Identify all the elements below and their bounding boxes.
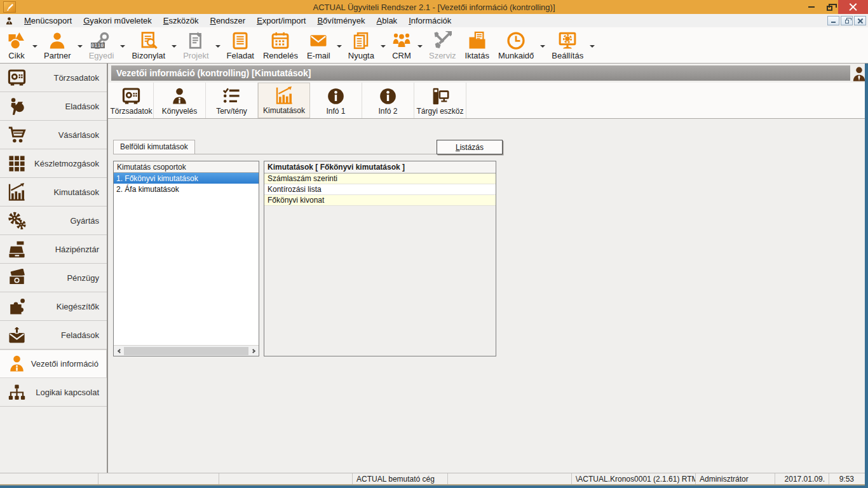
group-item-fokonyvi[interactable]: 1. Főkönyvi kimutatások: [114, 173, 259, 184]
frame-right-strip: [865, 64, 868, 488]
toolbar-button-beallitas[interactable]: Beállítás: [547, 29, 588, 62]
partner-dropdown-arrow[interactable]: [76, 29, 85, 62]
menu-ablak[interactable]: Ablak: [371, 15, 403, 27]
tab-konyveles[interactable]: Könyvelés: [154, 83, 206, 118]
beallitas-dropdown-arrow[interactable]: [588, 29, 597, 62]
envelope-up-icon: [8, 326, 26, 344]
app-logo-icon: [3, 1, 16, 13]
status-database: \ACTUAL.Kronos0001 (2.1.61) RTM: [572, 473, 696, 484]
groups-panel-header: Kimutatás csoportok: [114, 161, 259, 173]
scroll-right-button[interactable]: [248, 346, 259, 356]
mdi-restore-button[interactable]: [841, 16, 853, 25]
projekt-dropdown-arrow[interactable]: [214, 29, 222, 62]
sidebar-item-logikai-kapcsolat[interactable]: Logikai kapcsolat: [0, 378, 107, 407]
chart-icon: [275, 86, 294, 105]
toolbar-button-partner[interactable]: Partner: [39, 29, 76, 62]
cash-register-icon: [8, 240, 26, 259]
horizontal-scrollbar[interactable]: [114, 345, 259, 356]
nyugta-dropdown-arrow[interactable]: [379, 29, 388, 62]
tools-icon: [433, 31, 452, 50]
menu-gyakori-muveletek[interactable]: Gyakori műveletek: [78, 15, 158, 27]
checklist-icon: [222, 87, 241, 105]
toolbar-button-crm[interactable]: CRM: [388, 29, 416, 62]
tab-torzsadatok[interactable]: Törzsadatok: [109, 83, 154, 118]
main-area: Vezetői információ (kontrolling) [Kimuta…: [108, 64, 868, 473]
hierarchy-icon: [8, 383, 26, 402]
report-row-fokonyvi-kivonat[interactable]: Főkönyvi kivonat: [264, 195, 496, 206]
toolbar-button-bizonylat[interactable]: Bizonylat: [127, 29, 170, 62]
tab-kimutatasok[interactable]: Kimutatások: [258, 83, 310, 118]
document-search-icon: [139, 31, 158, 50]
bizonylat-dropdown-arrow[interactable]: [170, 29, 179, 62]
sidebar-item-penzugy[interactable]: Pénzügy: [0, 264, 107, 292]
tab-info-2[interactable]: Infó 2: [362, 83, 414, 118]
menu-rendszer[interactable]: Rendszer: [204, 15, 251, 27]
safe-icon: [8, 69, 26, 87]
key-icon: 0110: [92, 31, 111, 50]
groups-panel-body: [114, 194, 259, 345]
munkaido-dropdown-arrow[interactable]: [538, 29, 547, 62]
group-item-afa[interactable]: 2. Áfa kimutatások: [114, 184, 259, 194]
menu-bar: Menücsoport Gyakori műveletek Eszközök R…: [0, 14, 868, 27]
toolbar-button-munkaido[interactable]: Munkaidő: [494, 29, 538, 62]
mdi-close-icon: [858, 18, 863, 24]
sidebar-item-eladasok[interactable]: Eladások: [0, 92, 107, 121]
toolbar-button-feladat[interactable]: Feladat: [222, 29, 259, 62]
sidebar-item-kiegeszitok[interactable]: Kiegészítők: [0, 292, 107, 321]
gears-icon: [8, 212, 26, 230]
report-row-kontirozasi[interactable]: Kontírozási lista: [264, 184, 496, 195]
toolbar-button-nyugta[interactable]: Nyugta: [344, 29, 379, 62]
person-icon: [48, 31, 67, 50]
mdi-minimize-button[interactable]: [827, 16, 839, 25]
reports-panel-body: [264, 206, 496, 356]
sidebar-item-feladasok[interactable]: Feladások: [0, 321, 107, 349]
email-dropdown-arrow[interactable]: [335, 29, 344, 62]
report-row-szamlaszam[interactable]: Számlaszám szerinti: [264, 173, 496, 184]
menu-bovitmenyek[interactable]: Bővítmények: [311, 15, 370, 27]
sidebar-item-gyartas[interactable]: Gyártás: [0, 207, 107, 235]
crm-dropdown-arrow[interactable]: [416, 29, 424, 62]
restore-button[interactable]: [820, 0, 838, 14]
tab-targyi-eszkoz[interactable]: Tárgyi eszköz: [414, 83, 466, 118]
shapes-icon: [7, 31, 26, 50]
user-icon: [5, 17, 13, 25]
tab-terv-teny[interactable]: Terv/tény: [206, 83, 258, 118]
cikk-dropdown-arrow[interactable]: [31, 29, 39, 62]
tab-belfoldi-kimutatasok[interactable]: Belföldi kimutatások: [113, 140, 195, 154]
page-title-bar: Vezetői információ (kontrolling) [Kimuta…: [111, 65, 850, 81]
status-time: 9:53: [829, 473, 868, 484]
mdi-close-button[interactable]: [854, 16, 866, 25]
toolbar-button-projekt: Projekt: [179, 29, 213, 62]
notepad-icon: [231, 31, 250, 50]
toolbar-button-iktatas[interactable]: Iktatás: [461, 29, 494, 62]
toolbar-button-rendeles[interactable]: Rendelés: [259, 29, 302, 62]
egyedi-dropdown-arrow[interactable]: [118, 29, 127, 62]
scrollbar-thumb[interactable]: [124, 347, 248, 355]
monitor-gear-icon: [558, 31, 577, 50]
sidebar-item-torzsadatok[interactable]: Törzsadatok: [0, 64, 107, 92]
documents-stack-icon: [351, 31, 370, 50]
sidebar-item-kimutatasok[interactable]: Kimutatások: [0, 178, 107, 207]
listazas-button[interactable]: Listázás: [437, 140, 503, 154]
sidebar-item-keszletmozgasok[interactable]: Készletmozgások: [0, 149, 107, 178]
sidebar-item-hazipenztar[interactable]: Házipénztár: [0, 235, 107, 264]
menu-eszkozok[interactable]: Eszközök: [158, 15, 205, 27]
minimize-button[interactable]: [803, 0, 820, 14]
frame-bottom-strip: [0, 485, 868, 488]
menu-menucsoport[interactable]: Menücsoport: [18, 15, 78, 27]
calendar-icon: [271, 31, 290, 50]
menu-export-import[interactable]: Export/import: [251, 15, 311, 27]
sidebar: Törzsadatok Eladások Vásárlások Készletm…: [0, 64, 108, 473]
toolbar: Cikk Partner 0110Egyedi Bizonylat Projek…: [0, 27, 868, 64]
menu-informaciok[interactable]: Információk: [403, 15, 457, 27]
clock-icon: [506, 31, 526, 50]
toolbar-button-email[interactable]: E-mail: [302, 29, 335, 62]
tab-info-1[interactable]: Infó 1: [310, 83, 362, 118]
sidebar-item-vezetoi-informacio[interactable]: Vezetői információ: [0, 349, 107, 378]
close-button[interactable]: [838, 0, 868, 14]
scroll-left-button[interactable]: [114, 346, 124, 356]
sidebar-item-vasarlasok[interactable]: Vásárlások: [0, 121, 107, 149]
toolbar-button-cikk[interactable]: Cikk: [3, 29, 31, 62]
reports-panel-header: Kimutatások [ Főkönyvi kimutatások ]: [264, 161, 496, 173]
status-section-2: [98, 473, 219, 484]
